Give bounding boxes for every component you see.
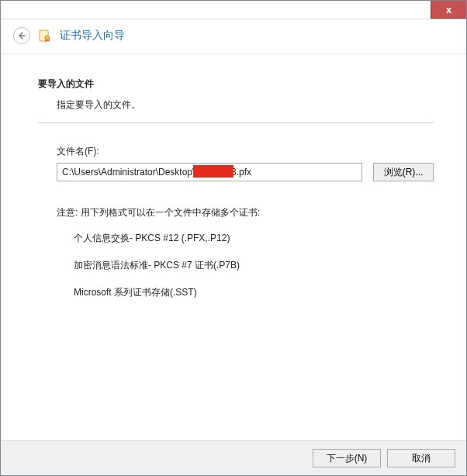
file-name-label: 文件名(F): <box>57 145 434 158</box>
format-item: Microsoft 系列证书存储(.SST) <box>74 286 434 299</box>
wizard-title: 证书导入向导 <box>60 29 125 43</box>
format-item: 加密消息语法标准- PKCS #7 证书(.P7B) <box>74 259 434 272</box>
back-button[interactable] <box>13 27 30 44</box>
certificate-icon <box>38 29 52 43</box>
formats-note: 注意: 用下列格式可以在一个文件中存储多个证书: <box>57 206 434 219</box>
wizard-footer: 下一步(N) 取消 <box>1 440 466 475</box>
divider <box>38 122 434 123</box>
section-description: 指定要导入的文件。 <box>57 98 434 112</box>
format-list: 个人信息交换- PKCS #12 (.PFX,.P12) 加密消息语法标准- P… <box>74 232 434 299</box>
titlebar: x <box>1 1 466 19</box>
format-item: 个人信息交换- PKCS #12 (.PFX,.P12) <box>74 232 434 245</box>
next-button[interactable]: 下一步(N) <box>313 449 381 467</box>
file-row: 浏览(R)... <box>57 163 434 181</box>
arrow-left-icon <box>17 31 26 40</box>
cancel-button[interactable]: 取消 <box>387 449 455 467</box>
file-input-wrap <box>57 163 362 181</box>
wizard-header: 证书导入向导 <box>1 19 466 54</box>
wizard-content: 要导入的文件 指定要导入的文件。 文件名(F): 浏览(R)... 注意: 用下… <box>1 54 466 440</box>
browse-button[interactable]: 浏览(R)... <box>373 163 434 181</box>
close-button[interactable]: x <box>431 1 466 19</box>
section-title: 要导入的文件 <box>38 78 434 91</box>
certificate-import-wizard-dialog: x 证书导入向导 要导入的文件 指定要导入的文件。 文件名(F): <box>0 0 467 476</box>
close-icon: x <box>446 4 451 16</box>
file-name-input[interactable] <box>57 163 362 181</box>
